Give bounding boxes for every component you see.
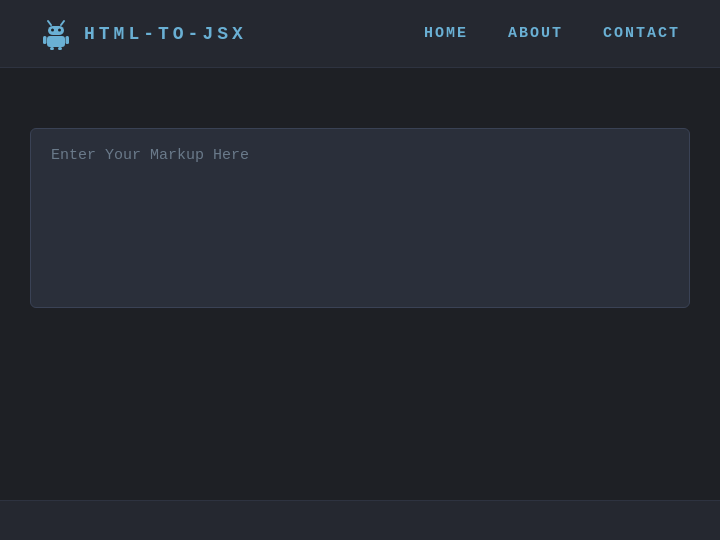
svg-line-0 — [48, 21, 51, 25]
svg-point-4 — [58, 28, 61, 31]
nav-link-home[interactable]: HOME — [424, 25, 468, 42]
svg-rect-5 — [47, 36, 65, 47]
android-icon — [40, 18, 72, 50]
brand: HTML-TO-JSX — [40, 18, 424, 50]
bottom-panel — [0, 500, 720, 540]
main-content — [0, 68, 720, 343]
svg-rect-2 — [48, 26, 64, 35]
svg-point-3 — [51, 28, 54, 31]
svg-rect-7 — [66, 36, 70, 44]
svg-line-1 — [61, 21, 64, 25]
navbar: HTML-TO-JSX HOME ABOUT CONTACT — [0, 0, 720, 68]
svg-rect-6 — [43, 36, 47, 44]
svg-rect-9 — [58, 47, 62, 50]
nav-link-contact[interactable]: CONTACT — [603, 25, 680, 42]
markup-textarea[interactable] — [30, 128, 690, 308]
nav-links: HOME ABOUT CONTACT — [424, 25, 680, 42]
svg-rect-8 — [50, 47, 54, 50]
brand-title: HTML-TO-JSX — [84, 24, 247, 44]
nav-link-about[interactable]: ABOUT — [508, 25, 563, 42]
